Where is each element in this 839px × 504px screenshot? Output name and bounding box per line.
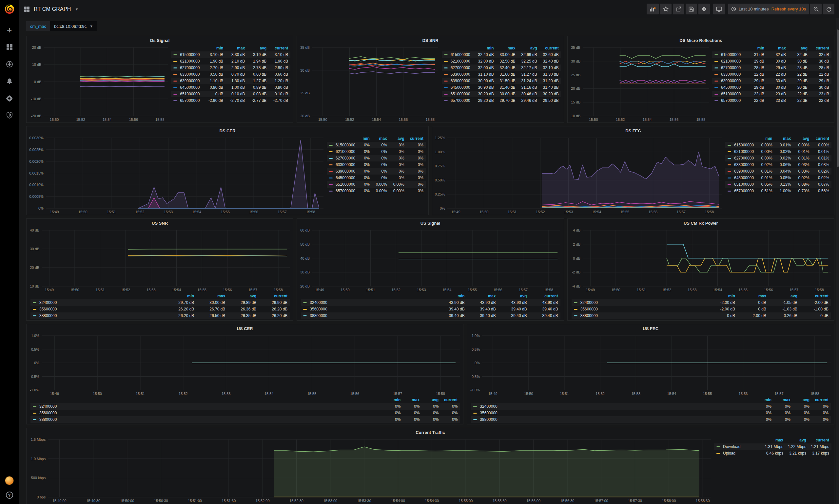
- legend-stat-header[interactable]: min: [357, 135, 372, 142]
- current-traffic-chart[interactable]: 1.5 Mbps1.0 Mbps500 kbps0 bps15:49:0015:…: [27, 437, 714, 504]
- legend-series-toggle[interactable]: 38800000: [31, 416, 384, 423]
- legend-series-toggle[interactable]: 633000000: [442, 71, 475, 78]
- ds-fec-chart[interactable]: 1.25%1.00%0.75%0.50%0.25%0%15:4915:5015:…: [432, 135, 725, 215]
- legend-series-toggle[interactable]: 645000000: [327, 175, 357, 181]
- legend-stat-header[interactable]: max: [767, 45, 788, 51]
- legend-stat-header[interactable]: max: [403, 397, 422, 403]
- legend-stat-header[interactable]: avg: [227, 293, 259, 299]
- legend-series-toggle[interactable]: 633000000: [725, 161, 756, 168]
- legend-series-toggle[interactable]: 35600000: [572, 306, 706, 312]
- legend-stat-header[interactable]: max: [775, 135, 793, 142]
- explore-compass-icon[interactable]: [5, 60, 14, 68]
- avatar[interactable]: [5, 476, 14, 485]
- legend-series-toggle[interactable]: 639000000: [712, 78, 745, 84]
- panel-title[interactable]: US FEC: [467, 324, 834, 333]
- legend-stat-header[interactable]: max: [496, 45, 518, 51]
- legend-series-toggle[interactable]: 32400000: [301, 299, 436, 306]
- legend-series-toggle[interactable]: 615000000: [712, 51, 745, 58]
- legend-stat-header[interactable]: current: [812, 397, 831, 403]
- ds-snr-chart[interactable]: 35 dB30 dB25 dB20 dB15:5015:5215:5415:56…: [297, 45, 441, 123]
- save-button[interactable]: [686, 4, 697, 14]
- legend-series-toggle[interactable]: 615000000: [327, 142, 357, 148]
- legend-series-toggle[interactable]: 627000000: [171, 65, 204, 71]
- legend-stat-header[interactable]: avg: [389, 135, 407, 142]
- us-signal-chart[interactable]: 60 dB50 dB40 dB30 dB20 dB15:4915:5015:51…: [297, 228, 563, 293]
- legend-stat-header[interactable]: current: [808, 437, 832, 444]
- legend-stat-header[interactable]: avg: [422, 397, 441, 403]
- panel-title[interactable]: US Signal: [297, 219, 563, 228]
- legend-stat-header[interactable]: avg: [793, 397, 812, 403]
- time-range-button[interactable]: Last 10 minutes Refresh every 10s: [728, 4, 809, 14]
- legend-series-toggle[interactable]: 645000000: [725, 175, 756, 181]
- create-icon[interactable]: +: [5, 26, 14, 34]
- legend-series-toggle[interactable]: 615000000: [442, 51, 475, 58]
- legend-stat-header[interactable]: max: [763, 437, 786, 444]
- scrollbar-thumb[interactable]: [837, 30, 839, 167]
- legend-series-toggle[interactable]: 639000000: [171, 78, 204, 84]
- legend-stat-header[interactable]: current: [259, 293, 290, 299]
- dashboard-title-button[interactable]: RT CM GRAPH ▼: [24, 6, 78, 12]
- ds-micro-reflections-chart[interactable]: 35 dB30 dB25 dB20 dB15 dB10 dB15:5015:52…: [567, 45, 712, 123]
- legend-series-toggle[interactable]: 621000000: [725, 148, 756, 155]
- variable-value-dropdown[interactable]: bc:c8:10:06:fd:9c ▼: [50, 21, 97, 31]
- star-button[interactable]: [660, 4, 671, 14]
- legend-series-toggle[interactable]: 621000000: [171, 58, 204, 65]
- legend-stat-header[interactable]: current: [269, 45, 291, 51]
- ds-signal-chart[interactable]: 20 dB10 dB0 dB-10 dB-20 dB15:5015:5215:5…: [27, 45, 171, 123]
- legend-stat-header[interactable]: min: [755, 397, 774, 403]
- legend-series-toggle[interactable]: 32400000: [471, 403, 755, 410]
- legend-series-toggle[interactable]: 38800000: [471, 416, 755, 423]
- legend-series-toggle[interactable]: 645000000: [712, 84, 745, 91]
- us-fec-chart[interactable]: 1.0%0.5%0%-0.5%-1.0%15:4915:5015:5115:52…: [467, 333, 834, 397]
- legend-series-toggle[interactable]: 657000000: [712, 97, 745, 104]
- legend-series-toggle[interactable]: 627000000: [442, 65, 475, 71]
- legend-stat-header[interactable]: max: [226, 45, 247, 51]
- legend-series-toggle[interactable]: 639000000: [442, 78, 475, 84]
- legend-stat-header[interactable]: avg: [788, 45, 810, 51]
- grafana-logo[interactable]: [0, 0, 19, 18]
- legend-stat-header[interactable]: avg: [247, 45, 269, 51]
- legend-stat-header[interactable]: current: [441, 397, 460, 403]
- legend-series-toggle[interactable]: 621000000: [327, 148, 357, 155]
- legend-series-toggle[interactable]: 35600000: [31, 306, 165, 312]
- legend-stat-header[interactable]: max: [737, 293, 769, 299]
- legend-series-toggle[interactable]: 639000000: [725, 168, 756, 175]
- legend-stat-header[interactable]: current: [812, 135, 832, 142]
- panel-title[interactable]: Ds Signal: [27, 36, 293, 45]
- scrollbar[interactable]: [836, 18, 839, 504]
- legend-series-toggle[interactable]: 639000000: [327, 168, 357, 175]
- legend-stat-header[interactable]: current: [407, 135, 426, 142]
- panel-title[interactable]: Current Traffic: [27, 428, 834, 437]
- legend-stat-header[interactable]: max: [372, 135, 389, 142]
- panel-title[interactable]: DS SNR: [297, 36, 563, 45]
- legend-stat-header[interactable]: min: [165, 293, 196, 299]
- zoom-out-button[interactable]: [810, 4, 822, 14]
- legend-series-toggle[interactable]: 651000000: [725, 181, 756, 188]
- legend-series-toggle[interactable]: 651000000: [712, 91, 745, 97]
- legend-stat-header[interactable]: current: [800, 293, 831, 299]
- legend-stat-header[interactable]: avg: [786, 437, 808, 444]
- legend-series-toggle[interactable]: 627000000: [725, 155, 756, 161]
- legend-series-toggle[interactable]: 621000000: [442, 58, 475, 65]
- legend-series-toggle[interactable]: 627000000: [712, 65, 745, 71]
- us-cm-rx-power-chart[interactable]: 4 dB2 dB0 dB-2 dB-4 dB15:4915:5015:5115:…: [567, 228, 834, 293]
- panel-title[interactable]: US SNR: [27, 219, 293, 228]
- legend-series-toggle[interactable]: 615000000: [171, 51, 204, 58]
- legend-series-toggle[interactable]: 651000000: [171, 91, 204, 97]
- legend-series-toggle[interactable]: 651000000: [442, 91, 475, 97]
- legend-stat-header[interactable]: min: [436, 293, 467, 299]
- legend-series-toggle[interactable]: 35600000: [471, 410, 755, 416]
- legend-series-toggle[interactable]: 32400000: [572, 299, 706, 306]
- legend-stat-header[interactable]: current: [810, 45, 832, 51]
- legend-stat-header[interactable]: min: [384, 397, 403, 403]
- ds-cer-chart[interactable]: 0.0030%0.0025%0.0020%0.0015%0.0010%0.000…: [27, 135, 327, 215]
- legend-series-toggle[interactable]: 35600000: [301, 306, 436, 312]
- legend-stat-header[interactable]: min: [745, 45, 767, 51]
- legend-series-toggle[interactable]: Upload: [714, 450, 763, 456]
- add-panel-button[interactable]: [647, 4, 659, 14]
- legend-stat-header[interactable]: max: [196, 293, 227, 299]
- legend-stat-header[interactable]: current: [529, 293, 560, 299]
- legend-series-toggle[interactable]: 657000000: [725, 188, 756, 194]
- settings-gear-button[interactable]: [698, 4, 710, 14]
- legend-series-toggle[interactable]: 657000000: [327, 188, 357, 194]
